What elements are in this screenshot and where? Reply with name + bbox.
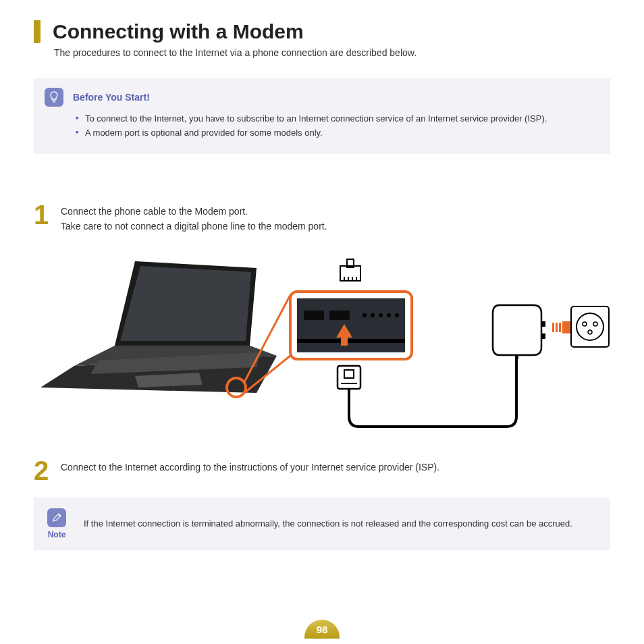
svg-rect-13: [304, 311, 324, 320]
svg-point-16: [371, 313, 375, 317]
before-you-start-callout: Before You Start! To connect to the Inte…: [34, 78, 610, 154]
page-number-badge: 98: [304, 620, 340, 639]
title-row: Connecting with a Modem: [34, 20, 610, 43]
lightbulb-icon: [45, 88, 63, 107]
list-item: A modem port is optional and provided fo…: [76, 128, 597, 138]
phone-plug: [338, 366, 360, 389]
step-1: 1 Connect the phone cable to the Modem p…: [34, 201, 610, 234]
step-line-1: Connect the phone cable to the Modem por…: [61, 206, 248, 217]
title-accent-bar: [34, 20, 41, 43]
list-item: To connect to the Internet, you have to …: [76, 113, 597, 124]
step-text: Connect the phone cable to the Modem por…: [61, 201, 327, 234]
svg-rect-37: [559, 323, 561, 332]
modem-port-zoom: [290, 292, 412, 359]
rj-connector-icon: [340, 259, 360, 281]
step-line-1: Connect to the Internet according to the…: [61, 462, 439, 473]
svg-point-19: [395, 313, 399, 317]
callout-list: To connect to the Internet, you have to …: [76, 113, 597, 138]
svg-rect-35: [552, 323, 554, 332]
svg-rect-23: [340, 266, 360, 281]
svg-point-17: [379, 313, 383, 317]
page-subtitle: The procedures to connect to the Interne…: [54, 47, 610, 58]
svg-point-15: [363, 313, 367, 317]
svg-rect-33: [541, 333, 545, 339]
pencil-icon: [47, 508, 66, 527]
svg-rect-14: [329, 311, 350, 320]
modem-connection-illustration: [34, 251, 610, 433]
step-number: 2: [34, 457, 53, 484]
note-icon-group: Note: [47, 508, 66, 539]
svg-rect-12: [297, 298, 405, 352]
wall-adapter: [493, 305, 545, 359]
step-line-2: Take care to not connect a digital phone…: [61, 221, 327, 232]
step-2: 2 Connect to the Internet according to t…: [34, 457, 610, 484]
svg-point-18: [387, 313, 391, 317]
callout-title: Before You Start!: [73, 92, 150, 103]
callout-header: Before You Start!: [45, 88, 597, 107]
step-text: Connect to the Internet according to the…: [61, 457, 439, 484]
svg-rect-36: [556, 323, 558, 332]
note-callout: Note If the Internet connection is termi…: [34, 498, 610, 550]
step-number: 1: [34, 201, 53, 234]
note-label: Note: [48, 530, 66, 539]
page-number: 98: [304, 620, 340, 639]
note-text: If the Internet connection is terminated…: [84, 518, 572, 529]
svg-rect-20: [297, 339, 405, 343]
laptop-illustration: [41, 261, 277, 397]
svg-rect-32: [541, 321, 545, 327]
svg-marker-3: [120, 266, 251, 341]
page-title: Connecting with a Modem: [53, 20, 304, 43]
svg-rect-22: [341, 336, 348, 346]
